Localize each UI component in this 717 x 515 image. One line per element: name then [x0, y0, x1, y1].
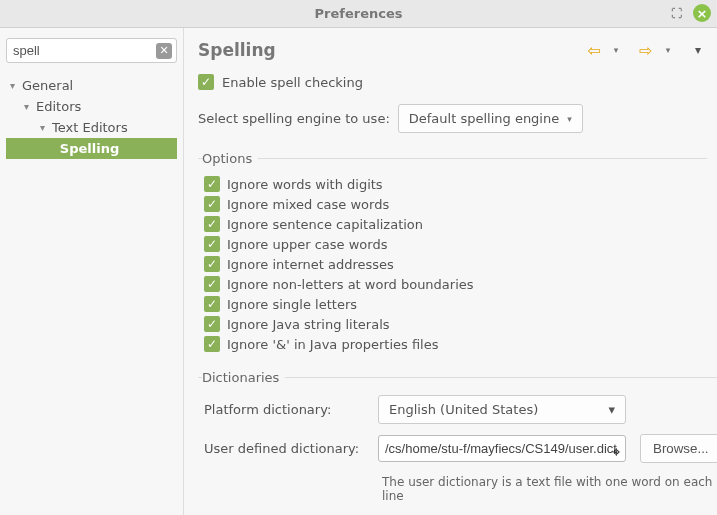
- back-arrow-icon[interactable]: ⇦: [585, 41, 603, 59]
- option-label: Ignore words with digits: [227, 177, 383, 192]
- chevron-down-icon: ▾: [608, 402, 615, 417]
- user-dict-hint: The user dictionary is a text file with …: [378, 473, 717, 503]
- preferences-tree: ▾ General ▾ Editors ▾ Text Editors Spell…: [6, 75, 177, 159]
- option-row: ✓Ignore mixed case words: [204, 196, 703, 212]
- search-input[interactable]: [6, 38, 177, 63]
- option-checkbox[interactable]: ✓: [204, 276, 220, 292]
- option-row: ✓Ignore '&' in Java properties files: [204, 336, 703, 352]
- close-icon[interactable]: ×: [693, 4, 711, 22]
- window-title: Preferences: [315, 6, 403, 21]
- option-checkbox[interactable]: ✓: [204, 176, 220, 192]
- option-label: Ignore single letters: [227, 297, 357, 312]
- dictionaries-fieldset: Dictionaries Platform dictionary: Englis…: [198, 370, 717, 507]
- chevron-down-icon: ▾: [40, 122, 52, 133]
- clear-search-icon[interactable]: ✕: [156, 43, 172, 59]
- option-label: Ignore internet addresses: [227, 257, 394, 272]
- option-checkbox[interactable]: ✓: [204, 336, 220, 352]
- forward-arrow-icon[interactable]: ⇨: [637, 41, 655, 59]
- option-label: Ignore sentence capitalization: [227, 217, 423, 232]
- engine-label: Select spelling engine to use:: [198, 111, 390, 126]
- maximize-icon[interactable]: ⛶: [667, 4, 685, 22]
- option-checkbox[interactable]: ✓: [204, 196, 220, 212]
- engine-dropdown[interactable]: Default spelling engine ▾: [398, 104, 583, 133]
- tree-item-spelling[interactable]: Spelling: [6, 138, 177, 159]
- option-label: Ignore non-letters at word boundaries: [227, 277, 474, 292]
- user-dict-label: User defined dictionary:: [204, 441, 364, 456]
- option-label: Ignore upper case words: [227, 237, 387, 252]
- option-row: ✓Ignore Java string literals: [204, 316, 703, 332]
- chevron-down-icon: ▾: [567, 114, 572, 124]
- forward-history-dropdown-icon[interactable]: ▾: [659, 41, 677, 59]
- dictionaries-legend: Dictionaries: [202, 370, 285, 385]
- enable-spell-label: Enable spell checking: [222, 75, 363, 90]
- tree-item-text-editors[interactable]: ▾ Text Editors: [6, 117, 177, 138]
- option-row: ✓Ignore single letters: [204, 296, 703, 312]
- tree-item-editors[interactable]: ▾ Editors: [6, 96, 177, 117]
- option-row: ✓Ignore words with digits: [204, 176, 703, 192]
- option-label: Ignore '&' in Java properties files: [227, 337, 439, 352]
- option-label: Ignore mixed case words: [227, 197, 389, 212]
- back-history-dropdown-icon[interactable]: ▾: [607, 41, 625, 59]
- option-checkbox[interactable]: ✓: [204, 236, 220, 252]
- sidebar: ✕ ▾ General ▾ Editors ▾ Text Editors Spe…: [0, 28, 184, 515]
- titlebar: Preferences ⛶ ×: [0, 0, 717, 28]
- platform-dict-dropdown[interactable]: English (United States) ▾: [378, 395, 626, 424]
- page-title: Spelling: [198, 40, 276, 60]
- chevron-down-icon: ▾: [10, 80, 22, 91]
- option-row: ✓Ignore internet addresses: [204, 256, 703, 272]
- page-menu-icon[interactable]: ▾: [689, 41, 707, 59]
- content-pane: Spelling ⇦ ▾ ⇨ ▾ ▾ ✓ Enable spell checki…: [184, 28, 717, 515]
- option-row: ✓Ignore non-letters at word boundaries: [204, 276, 703, 292]
- option-row: ✓Ignore sentence capitalization: [204, 216, 703, 232]
- option-label: Ignore Java string literals: [227, 317, 390, 332]
- option-checkbox[interactable]: ✓: [204, 256, 220, 272]
- platform-dict-label: Platform dictionary:: [204, 402, 364, 417]
- options-legend: Options: [202, 151, 258, 166]
- option-checkbox[interactable]: ✓: [204, 296, 220, 312]
- tree-item-general[interactable]: ▾ General: [6, 75, 177, 96]
- user-dict-input[interactable]: [378, 435, 626, 462]
- chevron-down-icon: ▾: [24, 101, 36, 112]
- option-checkbox[interactable]: ✓: [204, 216, 220, 232]
- option-checkbox[interactable]: ✓: [204, 316, 220, 332]
- options-fieldset: Options ✓Ignore words with digits✓Ignore…: [198, 151, 707, 356]
- option-row: ✓Ignore upper case words: [204, 236, 703, 252]
- enable-spell-checkbox[interactable]: ✓: [198, 74, 214, 90]
- browse-button[interactable]: Browse...: [640, 434, 717, 463]
